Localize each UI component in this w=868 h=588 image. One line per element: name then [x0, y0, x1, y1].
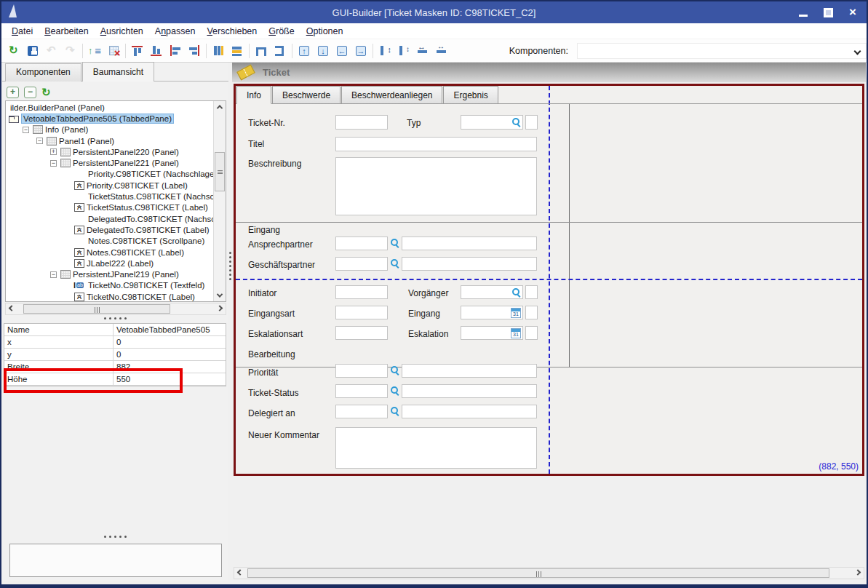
- geschaeftspartner-field[interactable]: [335, 257, 388, 271]
- initiator-field[interactable]: [335, 285, 388, 299]
- tree-item[interactable]: ilder.BuilderPanel (Panel): [6, 102, 213, 113]
- same-width-button[interactable]: [228, 42, 247, 60]
- tab-ergebnis[interactable]: Ergebnis: [443, 86, 498, 104]
- align-right-button[interactable]: [185, 42, 204, 60]
- tree-item[interactable]: DelegatedTo.C98TICKET (Nachsch: [6, 213, 213, 224]
- lookup-icon[interactable]: [390, 386, 399, 395]
- property-row[interactable]: Name VetoableTabbedPane505: [4, 324, 226, 336]
- delegiert-an-name-field[interactable]: [402, 405, 537, 418]
- eskalationsart-field[interactable]: [335, 326, 388, 340]
- tree-hscroll-thumb[interactable]: [23, 304, 170, 314]
- designer-horizontal-scrollbar[interactable]: [234, 567, 864, 579]
- tree-item[interactable]: − Info (Panel): [6, 124, 213, 135]
- scroll-left-button[interactable]: [6, 303, 17, 314]
- tab-order-button[interactable]: [85, 42, 104, 60]
- tree-item[interactable]: Priority.C98TICKET (Nachschlagefe: [6, 169, 213, 180]
- move-right-button[interactable]: →: [351, 42, 370, 60]
- expander-plus-icon[interactable]: +: [50, 148, 57, 155]
- move-down-button[interactable]: ↓: [314, 42, 333, 60]
- ansprechpartner-field[interactable]: [335, 237, 388, 250]
- tree-item[interactable]: Notes.C98TICKET (Label): [6, 247, 213, 258]
- redo-button[interactable]: [61, 42, 80, 60]
- resize-width-alt-button[interactable]: [432, 42, 451, 60]
- refresh-tree-button[interactable]: ↻: [41, 86, 55, 99]
- delete-component-button[interactable]: [104, 42, 123, 60]
- tab-komponenten[interactable]: Komponenten: [5, 63, 81, 82]
- splitter-handle-bottom[interactable]: [2, 536, 228, 538]
- scroll-right-button[interactable]: [852, 568, 864, 579]
- menu-item[interactable]: Anpassen: [149, 25, 202, 38]
- move-left-button[interactable]: ←: [333, 42, 351, 60]
- scroll-down-button[interactable]: [214, 290, 226, 301]
- neuer-kommentar-textarea[interactable]: [335, 427, 537, 469]
- tree-item[interactable]: − Panel1 (Panel): [6, 135, 213, 146]
- eingang-flag-field[interactable]: [525, 306, 538, 319]
- tree-horizontal-scrollbar[interactable]: [5, 303, 226, 315]
- same-height-button[interactable]: [209, 42, 228, 60]
- beschreibung-textarea[interactable]: [335, 157, 537, 215]
- tree-item[interactable]: − PersistentJPanel221 (Panel): [6, 157, 213, 168]
- ansprechpartner-name-field[interactable]: [402, 237, 537, 250]
- ticket-nr-field[interactable]: [335, 115, 388, 130]
- property-row[interactable]: y 0: [4, 349, 226, 361]
- typ-field[interactable]: [461, 115, 523, 130]
- scroll-left-button[interactable]: [234, 568, 246, 579]
- menu-item[interactable]: Optionen: [300, 25, 349, 38]
- tree-item[interactable]: TicketNo.C98TICKET (Textfeld): [6, 280, 213, 291]
- move-up-button[interactable]: ↑: [295, 42, 314, 60]
- eingangsart-field[interactable]: [335, 306, 388, 319]
- collapse-all-button[interactable]: −: [24, 87, 36, 98]
- prioritaet-name-field[interactable]: [402, 364, 537, 378]
- minimize-button[interactable]: [797, 6, 810, 19]
- space-vertical-button[interactable]: [271, 42, 290, 60]
- menu-item[interactable]: Datei: [6, 25, 39, 38]
- close-button[interactable]: ×: [846, 6, 859, 19]
- align-top-button[interactable]: [128, 42, 147, 60]
- tree-item[interactable]: DelegatedTo.C98TICKET (Label): [6, 224, 213, 235]
- scroll-up-button[interactable]: [214, 101, 226, 113]
- lookup-icon[interactable]: [390, 258, 399, 268]
- prioritaet-field[interactable]: [335, 364, 388, 378]
- undo-button[interactable]: [42, 42, 61, 60]
- tree-item[interactable]: Priority.C98TICKET (Label): [6, 180, 213, 191]
- expander-minus-icon[interactable]: −: [23, 127, 29, 133]
- expander-minus-icon[interactable]: −: [50, 160, 57, 167]
- titel-field[interactable]: [335, 137, 537, 151]
- align-bottom-button[interactable]: [147, 42, 166, 60]
- tree-item[interactable]: Notes.C98TICKET (Scrollpane): [6, 236, 213, 247]
- menu-item[interactable]: Verschieben: [201, 25, 263, 38]
- lookup-icon[interactable]: [390, 365, 399, 375]
- ticket-status-name-field[interactable]: [402, 384, 537, 398]
- expand-all-button[interactable]: +: [7, 87, 19, 98]
- tree-item[interactable]: TicketStatus.C98TICKET (Label): [6, 202, 213, 213]
- tree-vscroll-thumb[interactable]: [215, 152, 225, 191]
- expander-minus-icon[interactable]: −: [50, 271, 57, 278]
- menu-item[interactable]: Größe: [263, 25, 300, 38]
- eskalation-date-field[interactable]: 31: [461, 326, 523, 340]
- tree-item[interactable]: VetoableTabbedPane505 (TabbedPane): [6, 113, 213, 124]
- vorgaenger-field[interactable]: [461, 285, 523, 299]
- eingang-date-field[interactable]: 31: [461, 306, 523, 319]
- save-button[interactable]: [23, 42, 42, 60]
- tree-vertical-scrollbar[interactable]: [213, 101, 226, 301]
- space-horizontal-button[interactable]: [252, 42, 271, 60]
- tab-beschwerdeanliegen[interactable]: Beschwerdeanliegen: [341, 86, 442, 104]
- lookup-icon[interactable]: [390, 238, 399, 247]
- menu-item[interactable]: Bearbeiten: [39, 25, 95, 38]
- menu-item[interactable]: Ausrichten: [95, 25, 149, 38]
- lookup-icon[interactable]: [511, 287, 521, 297]
- resize-height-alt-button[interactable]: [394, 42, 413, 60]
- tree-item[interactable]: TicketNo.C98TICKET (Label): [6, 291, 213, 301]
- ticket-status-field[interactable]: [335, 384, 388, 398]
- calendar-icon[interactable]: 31: [511, 308, 521, 318]
- calendar-icon[interactable]: 31: [511, 328, 521, 338]
- vorgaenger-flag-field[interactable]: [525, 285, 538, 299]
- tree-item[interactable]: TicketStatus.C98TICKET (Nachschl: [6, 191, 213, 202]
- lookup-icon[interactable]: [390, 406, 399, 416]
- designer-hscroll-thumb[interactable]: [247, 568, 829, 578]
- tab-info[interactable]: Info: [236, 86, 271, 104]
- scroll-right-button[interactable]: [214, 303, 226, 314]
- geschaeftspartner-name-field[interactable]: [402, 257, 537, 271]
- align-left-button[interactable]: [166, 42, 185, 60]
- delegiert-an-field[interactable]: [335, 405, 388, 418]
